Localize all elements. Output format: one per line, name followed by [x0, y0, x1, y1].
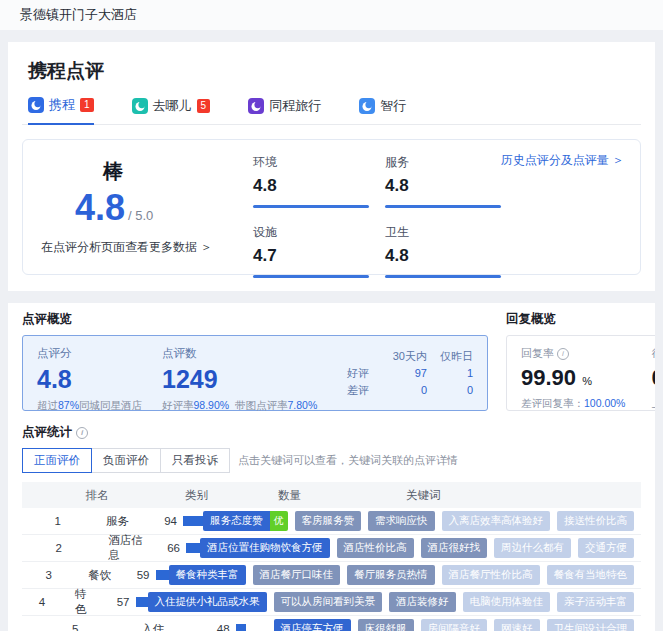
- keyword-tag[interactable]: 亲子活动丰富: [557, 592, 634, 612]
- tab-ctrip-badge: 1: [80, 98, 94, 112]
- tab-ctrip-label: 携程: [49, 96, 75, 114]
- score-bar: [253, 205, 369, 208]
- review-count-value: 1249: [162, 365, 327, 394]
- good-review-row: 好评 97 1: [327, 365, 473, 382]
- reply-overview-section: 回复概览 回复率i 99.90 % 差评回复率：100.00% 待回复差评数 0…: [506, 311, 655, 411]
- filter-positive[interactable]: 正面评价: [22, 448, 92, 473]
- table-row: 4 特色 57 入住提供小礼品或水果 可以从房间看到美景 酒店装修好 电脑使用体…: [22, 589, 641, 616]
- reply-overview-title: 回复概览: [506, 311, 655, 328]
- col-yesterday: 仅昨日: [427, 348, 473, 365]
- keyword-tag[interactable]: 餐食种类丰富: [169, 565, 246, 585]
- table-row: 1 服务 94 服务态度赞优 客房服务赞 需求响应快 入离店效率高体验好 接送性…: [22, 508, 641, 535]
- info-icon: i: [557, 348, 569, 360]
- excellent-badge: 优: [270, 511, 288, 531]
- keyword-tag[interactable]: 可以从房间看到美景: [274, 592, 383, 612]
- keyword-tag[interactable]: 入离店效率高体验好: [442, 511, 551, 531]
- hotel-name-bar: 景德镇开门子大酒店: [0, 0, 663, 30]
- sub-scores-grid: 环境 4.8 服务 4.8 设施 4.7 卫生 4.8: [253, 154, 501, 256]
- review-overview-title: 点评概览: [22, 311, 488, 328]
- zhixing-icon: [359, 98, 375, 114]
- keyword-tag[interactable]: 酒店餐厅性价比高: [442, 565, 540, 585]
- reply-overview-box: 回复率i 99.90 % 差评回复率：100.00% 待回复差评数 0 上次回复…: [506, 335, 655, 411]
- keyword-tag[interactable]: 餐食有当地特色: [547, 565, 635, 585]
- sub-score-env: 环境 4.8: [253, 154, 369, 208]
- score-max: / 5.0: [128, 208, 153, 223]
- score-grade: 棒: [103, 158, 253, 185]
- filter-complaints[interactable]: 只看投诉: [160, 448, 230, 473]
- count-bar: [183, 516, 203, 526]
- keyword-tag[interactable]: 餐厅服务员热情: [347, 565, 435, 585]
- qunar-icon: [132, 98, 148, 114]
- tongcheng-icon: [248, 98, 264, 114]
- tab-ctrip[interactable]: 携程 1: [28, 96, 94, 125]
- review-count-label: 点评数: [162, 346, 327, 361]
- score-bar: [253, 275, 369, 278]
- review-stats-title: 点评统计i: [22, 424, 641, 441]
- keyword-tag[interactable]: 网速好: [494, 619, 540, 631]
- keyword-tag[interactable]: 卫生间设计合理: [547, 619, 635, 631]
- tab-qunar-badge: 5: [197, 99, 211, 113]
- keyword-tag[interactable]: 酒店性价比高: [337, 538, 414, 558]
- keyword-tag[interactable]: 酒店停车方便: [274, 619, 351, 631]
- more-data-link[interactable]: 在点评分析页面查看更多数据 ＞: [41, 239, 253, 256]
- sub-score-hygiene: 卫生 4.8: [385, 224, 501, 278]
- keyword-table-header: 排名 类别 数量 关键词: [22, 482, 641, 508]
- keyword-tag[interactable]: 接送性价比高: [557, 511, 634, 531]
- pending-reply-value: 0: [651, 365, 655, 391]
- table-row: 5 入住 48 酒店停车方便 床很舒服 房间隔音好 网速好 卫生间设计合理: [22, 616, 641, 631]
- keyword-tag[interactable]: 服务态度赞: [203, 511, 270, 531]
- keyword-tag[interactable]: 酒店餐厅口味佳: [253, 565, 341, 585]
- tab-zhixing[interactable]: 智行: [359, 96, 406, 124]
- col-rank: 排名: [22, 488, 172, 503]
- keyword-tag[interactable]: 酒店装修好: [389, 592, 456, 612]
- keyword-tag[interactable]: 电脑使用体验佳: [463, 592, 551, 612]
- history-score-link[interactable]: 历史点评分及点评量 ＞: [501, 152, 624, 169]
- overall-score-block: 棒 4.8 / 5.0 在点评分析页面查看更多数据 ＞: [41, 154, 253, 256]
- count-bar: [186, 543, 200, 553]
- keyword-tag[interactable]: 入住提供小礼品或水果: [148, 592, 267, 612]
- ctrip-review-card: 携程点评 携程 1 去哪儿 5 同程: [8, 42, 655, 291]
- col-count: 数量: [262, 488, 372, 503]
- table-row: 2 酒店信息 66 酒店位置佳购物饮食方便 酒店性价比高 酒店很好找 周边什么都…: [22, 535, 641, 562]
- hotel-name: 景德镇开门子大酒店: [20, 7, 137, 22]
- keyword-table: 排名 类别 数量 关键词 1 服务 94 服务态度赞优 客房服务赞 需求响应快 …: [22, 482, 641, 631]
- stats-filter-row: 正面评价 负面评价 只看投诉 点击关键词可以查看，关键词关联的点评详情: [22, 448, 641, 473]
- keyword-tag[interactable]: 客房服务赞: [295, 511, 362, 531]
- count-bar: [136, 597, 148, 607]
- keyword-tag[interactable]: 酒店很好找: [421, 538, 488, 558]
- overall-score: 4.8: [75, 187, 125, 229]
- bad-review-row: 差评 0 0: [327, 382, 473, 399]
- count-bar: [236, 624, 246, 631]
- col-30days: 30天内: [369, 348, 427, 365]
- review-rate-note: 好评率98.90% 带图点评率7.80%: [162, 399, 327, 413]
- tab-qunar[interactable]: 去哪儿 5: [132, 96, 211, 124]
- review-score-note: 超过87%同城同星酒店: [37, 399, 162, 413]
- tab-qunar-label: 去哪儿: [153, 97, 192, 115]
- keyword-tag[interactable]: 交通方便: [578, 538, 634, 558]
- reply-rate-value: 99.90 %: [521, 365, 625, 391]
- recent-review-table: 30天内 仅昨日 好评 97 1 差评 0 0: [327, 346, 473, 400]
- score-bar: [385, 275, 501, 278]
- keyword-tag[interactable]: 床很舒服: [358, 619, 414, 631]
- col-keywords: 关键词: [372, 488, 641, 503]
- stats-card: 点评概览 点评分 4.8 超过87%同城同星酒店 点评数 1249 好评率98.…: [8, 303, 655, 631]
- platform-tabbar: 携程 1 去哪儿 5 同程旅行 智: [22, 96, 641, 125]
- tab-zhixing-label: 智行: [380, 97, 406, 115]
- keyword-tag[interactable]: 房间隔音好: [421, 619, 488, 631]
- sub-score-facility: 设施 4.7: [253, 224, 369, 278]
- keyword-tag[interactable]: 需求响应快: [368, 511, 435, 531]
- sub-score-service: 服务 4.8: [385, 154, 501, 208]
- filter-negative[interactable]: 负面评价: [91, 448, 161, 473]
- ctrip-icon: [28, 97, 44, 113]
- keyword-tag[interactable]: 酒店位置佳购物饮食方便: [200, 538, 330, 558]
- info-icon: i: [76, 427, 88, 439]
- page-title: 携程点评: [22, 54, 641, 96]
- keyword-tag[interactable]: 周边什么都有: [494, 538, 571, 558]
- pending-reply-label: 待回复差评数: [651, 346, 655, 361]
- review-score-label: 点评分: [37, 346, 162, 361]
- tab-tongcheng[interactable]: 同程旅行: [248, 96, 321, 124]
- reply-rate-label: 回复率i: [521, 346, 625, 361]
- review-score-value: 4.8: [37, 365, 162, 394]
- count-bar: [156, 570, 169, 580]
- table-row: 3 餐饮 59 餐食种类丰富 酒店餐厅口味佳 餐厅服务员热情 酒店餐厅性价比高 …: [22, 562, 641, 589]
